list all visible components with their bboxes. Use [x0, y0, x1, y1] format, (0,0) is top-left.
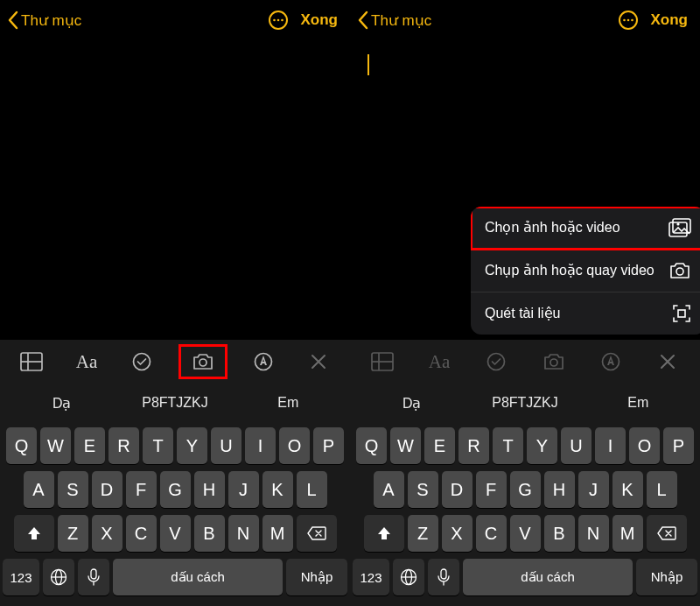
markup-icon[interactable]	[592, 346, 630, 377]
key-o[interactable]: O	[629, 427, 660, 464]
key-a[interactable]: A	[374, 471, 404, 508]
key-x[interactable]: X	[92, 515, 122, 552]
key-y[interactable]: Y	[527, 427, 557, 464]
menu-take-photo[interactable]: Chụp ảnh hoặc quay video	[471, 250, 700, 292]
backspace-key[interactable]	[297, 515, 337, 552]
key-t[interactable]: T	[143, 427, 173, 464]
mic-key[interactable]	[428, 559, 459, 595]
key-k[interactable]: K	[612, 471, 643, 508]
key-a[interactable]: A	[24, 471, 54, 508]
done-button[interactable]: Xong	[301, 11, 339, 29]
shift-key[interactable]	[364, 515, 404, 552]
text-format-icon[interactable]: Aa	[420, 346, 458, 377]
note-editor[interactable]: Chọn ảnh hoặc video Chụp ảnh hoặc quay v…	[350, 40, 700, 340]
key-w[interactable]: W	[390, 427, 421, 464]
back-button[interactable]: Thư mục	[357, 11, 431, 30]
checklist-icon[interactable]	[477, 346, 515, 377]
numbers-key[interactable]: 123	[3, 559, 39, 595]
table-icon[interactable]	[363, 346, 402, 377]
suggestion-item[interactable]: Dạ	[355, 395, 468, 412]
key-p[interactable]: P	[663, 427, 694, 464]
globe-key[interactable]	[43, 559, 74, 595]
space-key[interactable]: dấu cách	[113, 559, 283, 595]
key-d[interactable]: D	[442, 471, 472, 508]
svg-rect-13	[91, 569, 96, 579]
key-i[interactable]: I	[245, 427, 276, 464]
key-k[interactable]: K	[262, 471, 293, 508]
key-e[interactable]: E	[74, 427, 105, 464]
close-icon[interactable]	[299, 346, 338, 377]
key-d[interactable]: D	[92, 471, 122, 508]
key-y[interactable]: Y	[177, 427, 207, 464]
key-t[interactable]: T	[493, 427, 523, 464]
key-i[interactable]: I	[595, 427, 626, 464]
key-q[interactable]: Q	[6, 427, 37, 464]
key-n[interactable]: N	[578, 515, 609, 552]
key-v[interactable]: V	[160, 515, 191, 552]
key-p[interactable]: P	[313, 427, 344, 464]
key-c[interactable]: C	[476, 515, 507, 552]
suggestion-item[interactable]: P8FTJZKJ	[118, 395, 231, 411]
back-button[interactable]: Thư mục	[7, 11, 81, 30]
key-n[interactable]: N	[228, 515, 259, 552]
checklist-icon[interactable]	[122, 346, 161, 377]
key-b[interactable]: B	[544, 515, 575, 552]
svg-point-8	[200, 359, 206, 366]
key-m[interactable]: M	[612, 515, 643, 552]
key-c[interactable]: C	[126, 515, 157, 552]
key-q[interactable]: Q	[356, 427, 387, 464]
key-u[interactable]: U	[211, 427, 242, 464]
key-x[interactable]: X	[442, 515, 472, 552]
key-v[interactable]: V	[510, 515, 541, 552]
suggestion-item[interactable]: Em	[232, 395, 345, 411]
suggestion-item[interactable]: P8FTJZKJ	[468, 395, 581, 411]
key-h[interactable]: H	[544, 471, 575, 508]
key-r[interactable]: R	[458, 427, 489, 464]
return-key[interactable]: Nhập	[286, 559, 347, 595]
key-f[interactable]: F	[126, 471, 157, 508]
return-key[interactable]: Nhập	[636, 559, 697, 595]
menu-scan-doc[interactable]: Quét tài liệu	[471, 292, 700, 335]
table-icon[interactable]	[12, 346, 51, 377]
key-e[interactable]: E	[424, 427, 455, 464]
suggestion-item[interactable]: Dạ	[5, 395, 118, 412]
chevron-left-icon	[7, 11, 19, 30]
backspace-key[interactable]	[647, 515, 687, 552]
markup-icon[interactable]	[244, 346, 283, 377]
key-u[interactable]: U	[561, 427, 592, 464]
key-z[interactable]: Z	[58, 515, 88, 552]
more-icon[interactable]	[618, 10, 639, 31]
key-j[interactable]: J	[578, 471, 609, 508]
space-key[interactable]: dấu cách	[463, 559, 633, 595]
svg-point-15	[623, 19, 626, 22]
key-r[interactable]: R	[108, 427, 139, 464]
more-icon[interactable]	[268, 10, 289, 31]
done-button[interactable]: Xong	[651, 11, 689, 29]
note-editor[interactable]	[0, 40, 350, 340]
key-l[interactable]: L	[297, 471, 327, 508]
key-z[interactable]: Z	[408, 515, 438, 552]
camera-icon[interactable]	[178, 344, 228, 379]
menu-choose-photo[interactable]: Chọn ảnh hoặc video	[471, 207, 700, 250]
mic-key[interactable]	[78, 559, 109, 595]
key-f[interactable]: F	[476, 471, 507, 508]
key-l[interactable]: L	[647, 471, 677, 508]
camera-icon[interactable]	[535, 346, 573, 377]
numbers-key[interactable]: 123	[353, 559, 389, 595]
close-icon[interactable]	[648, 346, 687, 377]
camera-menu: Chọn ảnh hoặc video Chụp ảnh hoặc quay v…	[471, 207, 700, 335]
text-format-icon[interactable]: Aa	[67, 346, 106, 377]
key-s[interactable]: S	[58, 471, 88, 508]
shift-key[interactable]	[14, 515, 54, 552]
key-g[interactable]: G	[160, 471, 191, 508]
key-g[interactable]: G	[510, 471, 541, 508]
suggestion-item[interactable]: Em	[582, 395, 695, 411]
key-b[interactable]: B	[194, 515, 225, 552]
key-s[interactable]: S	[408, 471, 438, 508]
key-o[interactable]: O	[279, 427, 310, 464]
key-h[interactable]: H	[194, 471, 225, 508]
key-j[interactable]: J	[228, 471, 259, 508]
key-m[interactable]: M	[262, 515, 293, 552]
key-w[interactable]: W	[40, 427, 71, 464]
globe-key[interactable]	[393, 559, 424, 595]
